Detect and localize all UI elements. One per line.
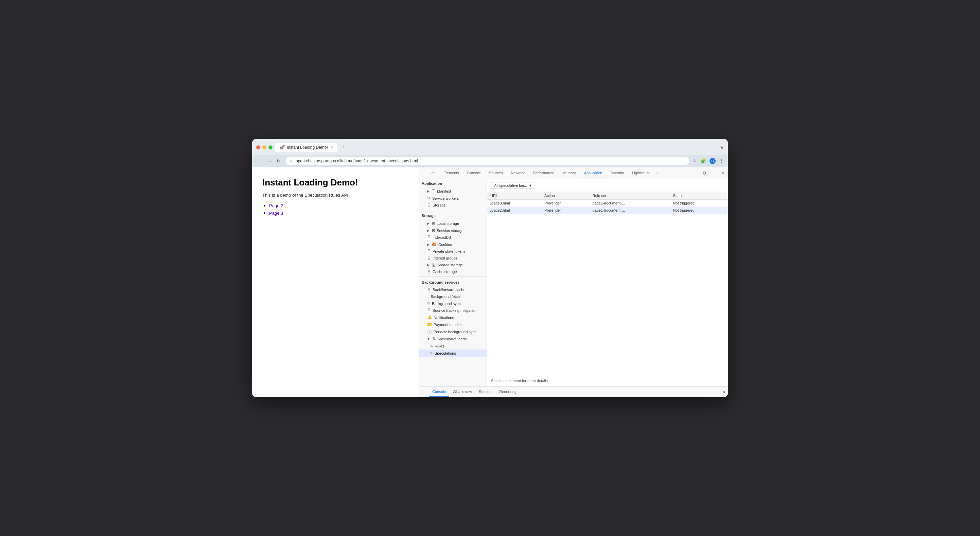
list-item: Page 2 (269, 202, 409, 208)
tab-lighthouse[interactable]: Lighthouse (628, 168, 654, 178)
sidebar-item-interest-groups[interactable]: 🗄 Interest groups (419, 255, 487, 262)
devtools-toolbar: ⬚ ▭ Elements Console Sources Network Per… (419, 167, 728, 179)
sidebar-item-bounce-tracking[interactable]: 🗄 Bounce tracking mitigation (419, 307, 487, 314)
traffic-lights (256, 145, 272, 150)
cell-url: /page2.html (487, 207, 541, 214)
sidebar-item-label: Shared storage (438, 263, 463, 267)
table-row[interactable]: /page2.html Prerender page1-document-...… (487, 207, 728, 214)
arrow-icon: ▼ (427, 337, 430, 341)
sidebar-item-session-storage[interactable]: ▶ ⊞ Session storage (419, 227, 487, 234)
tab-console[interactable]: Console (463, 168, 485, 178)
console-bar-close-button[interactable]: × (722, 389, 725, 394)
bounce-tracking-icon: 🗄 (427, 309, 431, 312)
dropdown-label: All speculative loa... (494, 183, 527, 188)
sidebar-item-label: Private state tokens (433, 249, 466, 253)
traffic-light-green[interactable] (269, 145, 272, 150)
arrow-icon: ▶ (427, 263, 430, 267)
sidebar-item-service-workers[interactable]: ⚙ Service workers (419, 195, 487, 202)
traffic-light-red[interactable] (256, 145, 260, 150)
cell-url: /page3.html (487, 200, 541, 207)
page3-link[interactable]: Page 3 (269, 211, 283, 216)
sidebar-item-label: Background sync (432, 302, 460, 306)
address-text: open-chalk-asparagus.glitch.me/page1-doc… (296, 159, 418, 163)
sidebar-item-notifications[interactable]: 🔔 Notifications (419, 314, 487, 321)
sidebar-item-payment-handler[interactable]: 💳 Payment handler (419, 321, 487, 328)
sidebar-item-speculative-loads[interactable]: ▼ ⇅ Speculative loads (419, 335, 487, 342)
extensions-icon[interactable]: 🧩 (700, 158, 706, 164)
sidebar-item-cookies[interactable]: ▶ 🍪 Cookies (419, 241, 487, 248)
console-tab-sensors[interactable]: Sensors (476, 386, 496, 397)
main-content: Instant Loading Demo! This is a demo of … (252, 167, 728, 397)
traffic-light-yellow[interactable] (262, 145, 266, 150)
sidebar-item-label: Payment handler (434, 323, 462, 327)
speculation-table: URL Action Rule set Status /page3.html P… (487, 192, 728, 214)
tab-application[interactable]: Application (580, 168, 606, 178)
cell-status: Not triggered (670, 207, 728, 214)
reload-button[interactable]: ↻ (275, 157, 282, 164)
tab-sources[interactable]: Sources (485, 168, 507, 178)
sidebar-item-storage-app[interactable]: 🗄 Storage (419, 202, 487, 208)
sidebar-item-label: Rules (434, 344, 444, 348)
cell-action: Prerender (541, 207, 589, 214)
page-content: Instant Loading Demo! This is a demo of … (252, 167, 418, 397)
browser-window: 🚀 Instant Loading Demo! × + ∨ ← → ↻ ⊕ op… (252, 139, 728, 397)
col-header-action: Action (541, 192, 589, 200)
sidebar-item-cache-storage[interactable]: 🗄 Cache storage (419, 268, 487, 275)
sidebar-item-speculations[interactable]: ⇅ Speculations (419, 350, 487, 357)
sidebar-item-private-state-tokens[interactable]: 🗄 Private state tokens (419, 248, 487, 255)
address-input-container[interactable]: ⊕ open-chalk-asparagus.glitch.me/page1-d… (285, 157, 689, 165)
devtools-more-button[interactable]: ⋮ (711, 169, 718, 177)
tab-icon: 🚀 (279, 145, 285, 150)
active-tab[interactable]: 🚀 Instant Loading Demo! × (275, 143, 337, 152)
table-row[interactable]: /page3.html Prerender page1-document-...… (487, 200, 728, 207)
devtools-settings-button[interactable]: ⚙ (701, 169, 708, 177)
tab-title: Instant Loading Demo! (287, 145, 328, 150)
tab-performance[interactable]: Performance (529, 168, 558, 178)
inspect-icon[interactable]: ⬚ (421, 169, 428, 177)
nav-buttons: ← → ↻ (256, 157, 282, 164)
back-button[interactable]: ← (256, 157, 264, 164)
collapse-button[interactable]: ∨ (721, 145, 724, 150)
background-fetch-icon: ↓ (427, 294, 429, 299)
tab-network[interactable]: Network (507, 168, 529, 178)
address-info-icon: ⊕ (290, 159, 294, 163)
speculation-dropdown[interactable]: All speculative loa... ▼ (491, 182, 535, 189)
console-tab-rendering[interactable]: Rendering (496, 386, 520, 397)
cell-ruleset: page1-document-... (589, 207, 670, 214)
device-icon[interactable]: ▭ (430, 169, 437, 177)
sidebar-item-rules[interactable]: ⇅ Rules (419, 342, 487, 350)
more-options-icon[interactable]: ⋮ (719, 158, 724, 164)
cell-ruleset: page1-document-... (589, 200, 670, 207)
cell-status: Not triggered (670, 200, 728, 207)
tab-elements[interactable]: Elements (439, 168, 463, 178)
more-tabs-button[interactable]: » (654, 168, 660, 178)
detail-section: Select an element for more details (487, 375, 728, 386)
sidebar-item-background-sync[interactable]: ↻ Background sync (419, 300, 487, 307)
sidebar-item-back-forward-cache[interactable]: 🗄 Back/forward cache (419, 286, 487, 293)
page-description: This is a demo of the Speculation Rules … (262, 192, 409, 198)
sidebar-item-periodic-background-sync[interactable]: 🕐 Periodic background sync (419, 328, 487, 335)
sidebar-item-indexeddb[interactable]: 🗄 IndexedDB (419, 234, 487, 241)
sidebar-item-local-storage[interactable]: ▶ ⊞ Local storage (419, 220, 487, 227)
console-tab-whats-new[interactable]: What's new (449, 386, 476, 397)
forward-button[interactable]: → (266, 157, 273, 164)
devtools-close-button[interactable]: × (721, 169, 726, 177)
profile-icon[interactable]: B (710, 158, 716, 164)
sidebar-item-shared-storage[interactable]: ▶ 🗄 Shared storage (419, 262, 487, 268)
tab-memory[interactable]: Memory (558, 168, 580, 178)
tab-security[interactable]: Security (606, 168, 628, 178)
console-tab-console[interactable]: Console (429, 386, 449, 397)
divider (419, 277, 487, 277)
col-header-status: Status (670, 192, 728, 200)
sidebar-item-label: Notifications (434, 316, 454, 320)
periodic-bg-sync-icon: 🕐 (427, 329, 432, 334)
star-icon[interactable]: ☆ (692, 158, 697, 164)
devtools-body: Application ▶ ☰ Manifest ⚙ Service worke… (419, 179, 728, 386)
tab-close-button[interactable]: × (331, 145, 333, 149)
sidebar-item-background-fetch[interactable]: ↓ Background fetch (419, 293, 487, 300)
page2-link[interactable]: Page 2 (269, 203, 283, 208)
sidebar-section-application: Application (419, 179, 487, 188)
console-bar-menu-icon[interactable]: ⋮ (422, 389, 426, 394)
sidebar-item-manifest[interactable]: ▶ ☰ Manifest (419, 188, 487, 195)
new-tab-button[interactable]: + (339, 142, 348, 152)
